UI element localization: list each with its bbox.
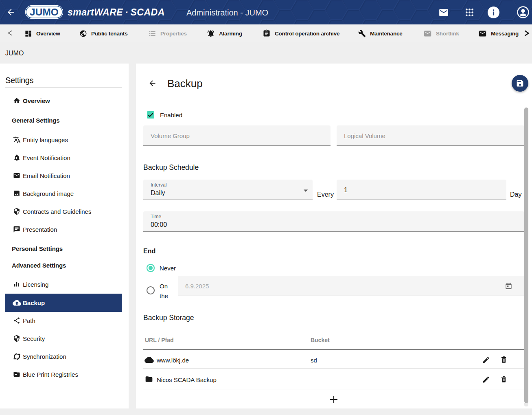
svg-text:JUMO: JUMO: [30, 7, 59, 18]
